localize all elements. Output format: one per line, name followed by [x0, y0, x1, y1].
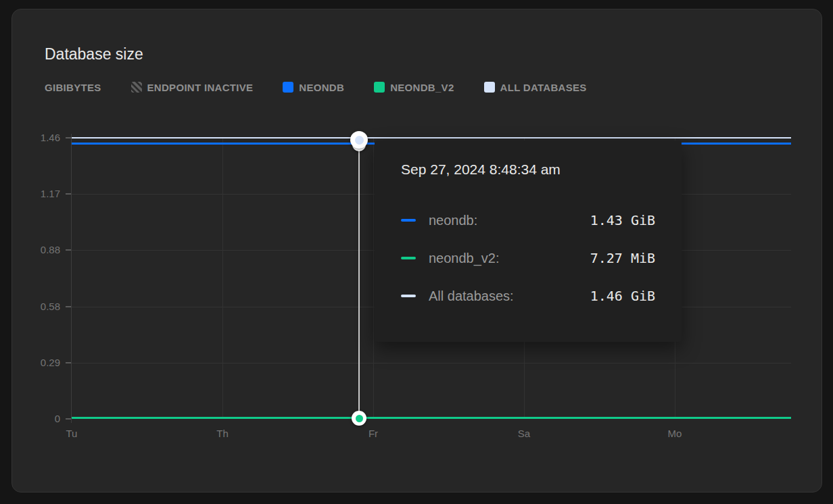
y-axis-tick: [66, 249, 71, 251]
y-axis-tick: [66, 418, 71, 420]
series-line-neondb-v2: [72, 417, 791, 419]
tooltip-series-label: All databases:: [429, 288, 514, 304]
y-axis-tick-labels: 1.461.170.880.580.290: [22, 131, 60, 426]
tooltip-timestamp: Sep 27, 2024 8:48:34 am: [401, 161, 561, 178]
y-axis-tick: [66, 306, 71, 307]
tooltip-row: neondb_v2: 7.27 MiB: [401, 249, 655, 267]
tooltip-series-value: 1.46 GiB: [590, 288, 655, 304]
y-axis-tick: [66, 193, 71, 195]
crosshair-line: [358, 141, 360, 418]
series-dash-icon: [401, 295, 416, 297]
series-dash-icon: [401, 219, 416, 222]
chart-title: Database size: [45, 45, 143, 64]
legend-swatch-icon: [484, 82, 495, 93]
legend-item[interactable]: ALL DATABASES: [484, 82, 587, 93]
marker-dot: [355, 136, 364, 145]
y-tick-label: 1.17: [22, 187, 60, 201]
y-axis-tick: [66, 137, 71, 138]
x-axis-tick-labels: TuThFrSaMo: [51, 426, 695, 441]
legend-swatch-icon: [283, 82, 293, 93]
x-tick-label: Fr: [353, 426, 394, 441]
tooltip-series-label: neondb_v2:: [429, 251, 500, 266]
legend-swatch-icon: [374, 82, 385, 93]
legend-item-label: ENDPOINT INACTIVE: [147, 82, 254, 93]
x-tick-label: Mo: [654, 426, 695, 441]
y-axis-line: [71, 134, 72, 423]
tooltip-rows: neondb: 1.43 GiB neondb_v2: 7.27 MiB All…: [401, 211, 655, 305]
series-line-all-databases: [72, 137, 791, 138]
tooltip-series-value: 7.27 MiB: [590, 250, 655, 266]
legend-item-label: NEONDB_V2: [390, 82, 454, 93]
legend-swatch-icon: [131, 82, 142, 93]
y-axis-tick: [66, 362, 71, 363]
y-tick-label: 1.46: [22, 131, 60, 145]
x-tick-label: Sa: [504, 426, 544, 441]
legend-item[interactable]: NEONDB_V2: [374, 82, 454, 93]
legend-item[interactable]: NEONDB: [283, 82, 344, 93]
chart-tooltip: Sep 27, 2024 8:48:34 am neondb: 1.43 GiB…: [375, 141, 682, 342]
y-axis-unit-label: GIBIBYTES: [45, 82, 101, 93]
gridline-horizontal: [72, 363, 791, 363]
y-tick-label: 0.58: [22, 300, 60, 313]
legend-item-label: ALL DATABASES: [500, 82, 587, 93]
x-tick-label: Th: [202, 426, 243, 441]
y-tick-label: 0.29: [22, 356, 60, 370]
tooltip-row: All databases: 1.46 GiB: [401, 287, 655, 305]
series-dash-icon: [401, 257, 416, 259]
hover-marker-neondb-v2: [352, 411, 366, 426]
hover-marker-all-databases: [350, 131, 368, 149]
tooltip-series-value: 1.43 GiB: [590, 212, 655, 228]
chart-legend: GIBIBYTES ENDPOINT INACTIVE NEONDB NEOND…: [45, 80, 587, 94]
y-tick-label: 0.88: [22, 243, 60, 257]
gridline-vertical: [373, 138, 374, 419]
y-tick-label: 0: [22, 412, 60, 426]
legend-item-label: NEONDB: [299, 82, 344, 93]
tooltip-row: neondb: 1.43 GiB: [401, 211, 655, 229]
gridline-vertical: [222, 138, 223, 419]
marker-dot: [356, 415, 363, 422]
tooltip-series-label: neondb:: [429, 213, 477, 228]
legend-item[interactable]: ENDPOINT INACTIVE: [131, 82, 254, 93]
legend-items: ENDPOINT INACTIVE NEONDB NEONDB_V2 ALL D…: [131, 82, 587, 93]
x-tick-label: Tu: [51, 426, 92, 441]
database-size-card: Database size GIBIBYTES ENDPOINT INACTIV…: [11, 9, 822, 493]
